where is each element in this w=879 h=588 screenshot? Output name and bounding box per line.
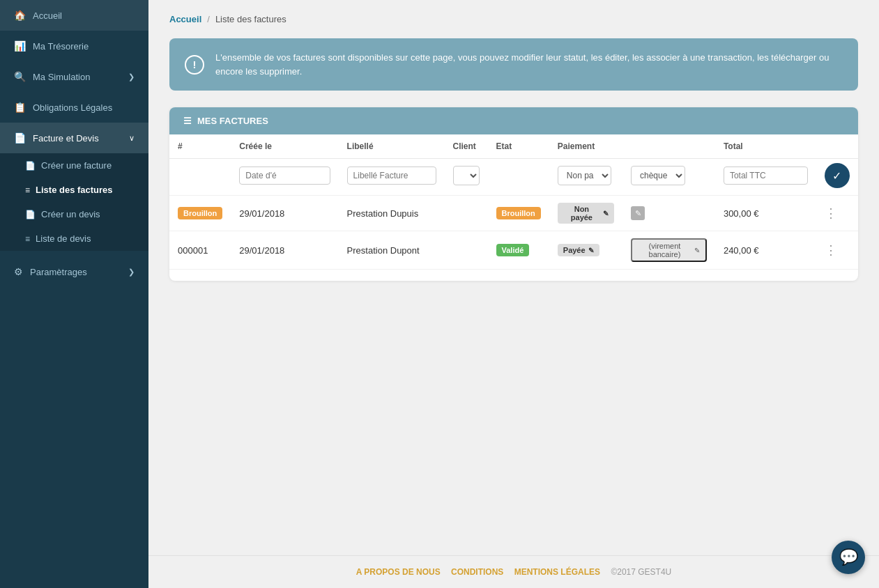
row2-paiement-edit-icon: ✎ <box>588 247 594 254</box>
row1-method: ✎ <box>622 196 715 231</box>
row2-paiement-btn[interactable]: Payée ✎ <box>558 244 599 256</box>
row2-paiement: Payée ✎ <box>549 231 622 270</box>
sidebar-item-simulation[interactable]: 🔍 Ma Simulation ❯ <box>0 61 148 92</box>
main-content: Accueil / Liste des factures ! L'ensembl… <box>148 0 879 588</box>
col-total: Total <box>715 134 816 159</box>
breadcrumb-separator: / <box>207 14 210 24</box>
sidebar-subitem-liste-factures[interactable]: ≡ Liste des factures <box>0 178 148 202</box>
row2-date: 29/01/2018 <box>231 231 338 270</box>
row1-actions: ⋮ <box>816 196 858 231</box>
footer-mentions-link[interactable]: MENTIONS LÉGALES <box>514 567 600 577</box>
row2-libelle: Prestation Dupont <box>339 231 445 270</box>
filter-total <box>715 159 816 196</box>
breadcrumb: Accueil / Liste des factures <box>169 14 858 24</box>
row1-num: Brouillon <box>169 196 231 231</box>
table-header-row: # Créée le Libellé Client Etat Paiement … <box>169 134 858 159</box>
table-container: # Créée le Libellé Client Etat Paiement … <box>169 134 858 281</box>
row2-etat: Validé <box>488 231 549 270</box>
row1-dots-menu[interactable]: ⋮ <box>825 206 836 220</box>
filter-num <box>169 159 231 196</box>
footer-apropos-link[interactable]: A PROPOS DE NOUS <box>356 567 441 577</box>
row1-paiement-edit-icon: ✎ <box>603 210 609 217</box>
info-icon: ! <box>185 55 204 75</box>
col-date: Créée le <box>231 134 338 159</box>
list-icon: ☰ <box>183 116 192 126</box>
chevron-down-icon: ∨ <box>129 134 135 143</box>
sidebar-item-parametrages[interactable]: ⚙ Paramètrages ❯ <box>0 256 148 287</box>
chevron-icon: ❯ <box>128 72 135 82</box>
table-row: 000001 29/01/2018 Prestation Dupont Vali… <box>169 231 858 270</box>
sidebar-item-obligations[interactable]: 📋 Obligations Légales <box>0 92 148 123</box>
filter-paiement-status: Non pa <box>549 159 622 196</box>
sidebar-item-facture-devis[interactable]: 📄 Facture et Devis ∨ <box>0 123 148 153</box>
filter-paiement-select[interactable]: Non pa <box>558 166 611 185</box>
footer-conditions-link[interactable]: CONDITIONS <box>451 567 503 577</box>
sidebar-subitem-creer-facture[interactable]: 📄 Créer une facture <box>0 153 148 178</box>
footer-copyright: ©2017 GEST4U <box>611 567 671 577</box>
filter-submit-button[interactable]: ✓ <box>825 163 850 188</box>
obligations-icon: 📋 <box>14 102 26 113</box>
row2-dots-menu[interactable]: ⋮ <box>825 243 836 257</box>
liste-factures-icon: ≡ <box>25 185 30 195</box>
sidebar-subitem-liste-devis[interactable]: ≡ Liste de devis <box>0 226 148 251</box>
col-client: Client <box>445 134 488 159</box>
col-libelle: Libellé <box>339 134 445 159</box>
breadcrumb-home[interactable]: Accueil <box>169 14 201 24</box>
footer: A PROPOS DE NOUS CONDITIONS MENTIONS LÉG… <box>148 555 879 588</box>
col-paiement: Paiement <box>549 134 715 159</box>
row2-method: (virement bancaire) ✎ <box>622 231 715 270</box>
row2-method-edit-icon: ✎ <box>694 247 700 254</box>
facture-submenu: 📄 Créer une facture ≡ Liste des factures… <box>0 153 148 251</box>
filter-method-select[interactable]: chèque <box>631 166 685 185</box>
table-row: Brouillon 29/01/2018 Prestation Dupuis B… <box>169 196 858 231</box>
filter-row: Non pa chèque <box>169 159 858 196</box>
filter-paiement-method: chèque <box>622 159 715 196</box>
col-etat: Etat <box>488 134 549 159</box>
parametrages-chevron-icon: ❯ <box>128 268 135 277</box>
simulation-icon: 🔍 <box>14 71 26 82</box>
filter-etat <box>488 159 549 196</box>
sidebar-item-accueil[interactable]: 🏠 Accueil <box>0 0 148 31</box>
content-area: Accueil / Liste des factures ! L'ensembl… <box>148 0 879 555</box>
row2-total: 240,00 € <box>715 231 816 270</box>
row2-num: 000001 <box>169 231 231 270</box>
col-num: # <box>169 134 231 159</box>
row2-method-btn[interactable]: (virement bancaire) ✎ <box>631 238 707 262</box>
filter-libelle-input[interactable] <box>347 167 436 185</box>
card-title: MES FACTURES <box>197 116 268 126</box>
tresorerie-icon: 📊 <box>14 40 26 52</box>
row1-libelle: Prestation Dupuis <box>339 196 445 231</box>
row1-state-badge: Brouillon <box>496 207 541 219</box>
sidebar-item-tresorerie[interactable]: 📊 Ma Trésorerie <box>0 31 148 61</box>
home-icon: 🏠 <box>14 10 26 21</box>
filter-client-select[interactable] <box>453 166 480 185</box>
row1-paiement-btn[interactable]: Non payée ✎ <box>558 203 614 224</box>
sidebar-subitem-creer-devis[interactable]: 📄 Créer un devis <box>0 202 148 226</box>
row1-paiement: Non payée ✎ <box>549 196 622 231</box>
filter-client <box>445 159 488 196</box>
row1-etat-badge: Brouillon <box>178 207 222 219</box>
creer-devis-icon: 📄 <box>25 210 36 219</box>
row2-state-badge: Validé <box>496 244 530 256</box>
info-banner: ! L'ensemble de vos factures sont dispon… <box>169 38 858 91</box>
filter-date <box>231 159 338 196</box>
row1-client <box>445 196 488 231</box>
col-actions <box>816 134 858 159</box>
filter-submit: ✓ <box>816 159 858 196</box>
row1-date: 29/01/2018 <box>231 196 338 231</box>
filter-date-input[interactable] <box>239 167 330 185</box>
sidebar: 🏠 Accueil 📊 Ma Trésorerie 🔍 Ma Simulatio… <box>0 0 148 588</box>
info-banner-text: L'ensemble de vos factures sont disponib… <box>215 51 843 78</box>
row2-client <box>445 231 488 270</box>
filter-libelle <box>339 159 445 196</box>
factures-table: # Créée le Libellé Client Etat Paiement … <box>169 134 858 270</box>
card-header: ☰ MES FACTURES <box>169 107 858 134</box>
gear-icon: ⚙ <box>14 266 23 277</box>
row1-etat: Brouillon <box>488 196 549 231</box>
chat-bubble[interactable]: 💬 <box>832 541 865 574</box>
filter-total-input[interactable] <box>724 167 808 185</box>
row1-method-edit[interactable]: ✎ <box>631 206 645 220</box>
breadcrumb-current: Liste des factures <box>215 14 286 24</box>
liste-devis-icon: ≡ <box>25 234 30 244</box>
row2-actions: ⋮ <box>816 231 858 270</box>
